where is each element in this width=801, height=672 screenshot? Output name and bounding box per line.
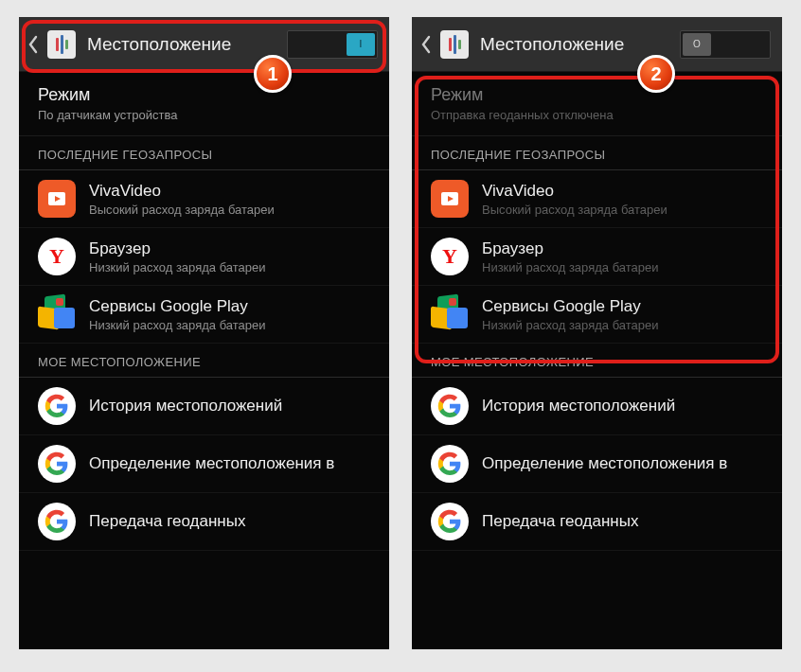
section-my-location: МОЕ МЕСТОПОЛОЖЕНИЕ xyxy=(412,344,782,378)
back-icon[interactable] xyxy=(25,17,42,72)
google-icon xyxy=(431,445,469,483)
vivavideo-icon xyxy=(38,180,76,218)
google-icon xyxy=(431,387,469,425)
list-item[interactable]: VivaVideo Высокий расход заряда батареи xyxy=(19,170,389,228)
google-icon xyxy=(431,503,469,540)
google-icon xyxy=(38,387,76,425)
content: Режим Отправка геоданных отключена ПОСЛЕ… xyxy=(412,72,782,558)
app-name: Сервисы Google Play xyxy=(482,297,763,316)
mode-title: Режим xyxy=(431,85,763,105)
list-item[interactable]: Передача геоданных xyxy=(19,493,389,551)
battery-usage: Низкий расход заряда батареи xyxy=(89,260,370,274)
list-item[interactable]: Y Браузер Низкий расход заряда батареи xyxy=(19,228,389,286)
list-item[interactable]: История местоположений xyxy=(412,378,782,435)
battery-usage: Высокий расход заряда батареи xyxy=(89,203,370,217)
mode-subtitle: По датчикам устройства xyxy=(38,108,370,122)
item-label: Определение местоположения в xyxy=(89,454,370,473)
settings-icon xyxy=(47,30,76,59)
list-item: VivaVideo Высокий расход заряда батареи xyxy=(412,170,782,228)
battery-usage: Низкий расход заряда батареи xyxy=(89,318,370,332)
app-name: Сервисы Google Play xyxy=(89,297,370,316)
app-name: VivaVideo xyxy=(482,182,763,201)
section-recent-requests: ПОСЛЕДНИЕ ГЕОЗАПРОСЫ xyxy=(412,136,782,170)
content: Режим По датчикам устройства ПОСЛЕДНИЕ Г… xyxy=(19,72,389,558)
item-label: Передача геоданных xyxy=(89,512,370,531)
action-bar: Местоположение O xyxy=(412,17,782,72)
google-icon xyxy=(38,445,76,483)
list-item: Сервисы Google Play Низкий расход заряда… xyxy=(412,286,782,344)
item-label: История местоположений xyxy=(482,397,763,416)
phone-left: Местоположение I Режим По датчикам устро… xyxy=(19,17,389,649)
list-item[interactable]: История местоположений xyxy=(19,378,389,435)
mode-row: Режим Отправка геоданных отключена xyxy=(412,72,782,136)
item-label: История местоположений xyxy=(89,397,370,416)
section-recent-requests: ПОСЛЕДНИЕ ГЕОЗАПРОСЫ xyxy=(19,136,389,170)
back-icon[interactable] xyxy=(418,17,435,72)
toggle-knob: I xyxy=(347,33,375,56)
item-label: Передача геоданных xyxy=(482,512,763,531)
mode-title: Режим xyxy=(38,85,370,105)
app-name: Браузер xyxy=(482,239,763,258)
page-title: Местоположение xyxy=(87,34,231,55)
page-title: Местоположение xyxy=(480,34,624,55)
list-item[interactable]: Передача геоданных xyxy=(412,493,782,551)
item-label: Определение местоположения в xyxy=(482,454,763,473)
list-item[interactable]: Сервисы Google Play Низкий расход заряда… xyxy=(19,286,389,344)
battery-usage: Высокий расход заряда батареи xyxy=(482,203,763,217)
settings-icon xyxy=(440,30,469,59)
location-toggle[interactable]: I xyxy=(287,30,378,59)
list-item[interactable]: Определение местоположения в xyxy=(412,435,782,493)
app-name: VivaVideo xyxy=(89,182,370,201)
vivavideo-icon xyxy=(431,180,469,218)
action-bar: Местоположение I xyxy=(19,17,389,72)
yandex-icon: Y xyxy=(38,238,76,275)
list-item: Y Браузер Низкий расход заряда батареи xyxy=(412,228,782,286)
google-play-services-icon xyxy=(38,295,76,333)
location-toggle[interactable]: O xyxy=(680,30,771,59)
mode-subtitle: Отправка геоданных отключена xyxy=(431,108,763,122)
yandex-icon: Y xyxy=(431,238,469,275)
toggle-knob: O xyxy=(683,33,711,56)
section-my-location: МОЕ МЕСТОПОЛОЖЕНИЕ xyxy=(19,344,389,378)
phone-right: Местоположение O Режим Отправка геоданны… xyxy=(412,17,782,649)
list-item[interactable]: Определение местоположения в xyxy=(19,435,389,493)
google-icon xyxy=(38,503,76,540)
battery-usage: Низкий расход заряда батареи xyxy=(482,318,763,332)
battery-usage: Низкий расход заряда батареи xyxy=(482,260,763,274)
google-play-services-icon xyxy=(431,295,469,333)
app-name: Браузер xyxy=(89,239,370,258)
mode-row[interactable]: Режим По датчикам устройства xyxy=(19,72,389,136)
